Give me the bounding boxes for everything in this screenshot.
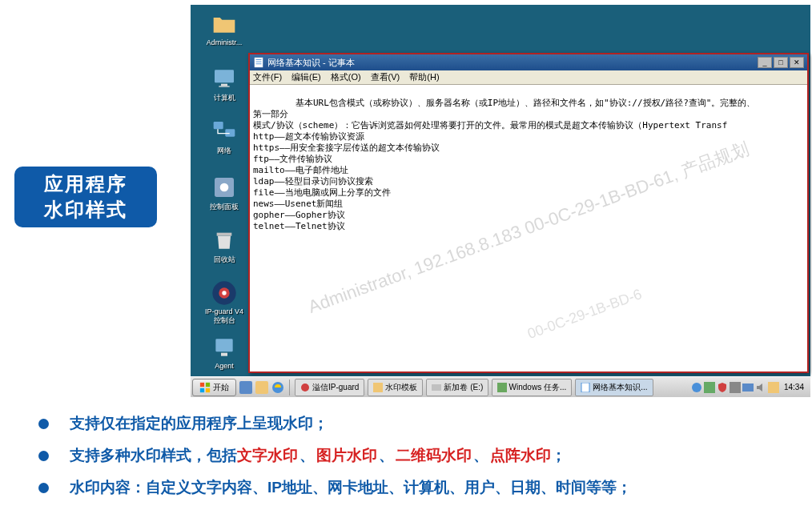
quick-launch-icon[interactable] [255, 381, 268, 394]
taskbar-item[interactable]: Windows 任务... [492, 379, 572, 396]
ipguard-icon [211, 280, 237, 306]
bullet-text: 支持多种水印样式，包括文字水印、图片水印、二维码水印、点阵水印； [70, 445, 566, 466]
task-label: 网络基本知识... [593, 382, 647, 393]
watermark-text: Administrator, 192.168.8.183 00-0C-29-1B… [308, 143, 750, 314]
control-panel-icon [211, 175, 237, 200]
taskbar-item-active[interactable]: 网络基本知识... [575, 379, 653, 396]
svg-rect-7 [217, 233, 232, 236]
svg-rect-16 [200, 388, 204, 392]
notepad-window: 网络基本知识 - 记事本 _ □ ✕ 文件(F) 编辑(E) 格式(O) 查看(… [248, 53, 809, 373]
app-icon [373, 383, 383, 392]
icon-label: Agent [202, 362, 247, 370]
svg-rect-30 [768, 382, 779, 393]
quick-launch-ie-icon[interactable] [271, 381, 284, 394]
desktop-icon-computer[interactable]: 计算机 [202, 66, 247, 103]
icon-label: 网络 [202, 146, 247, 156]
svg-rect-11 [215, 339, 232, 351]
notepad-text-area[interactable]: 基本URL包含模式（或称协议）、服务器名称（或IP地址）、路径和文件名，如"协议… [250, 85, 807, 371]
svg-rect-19 [255, 381, 268, 394]
desktop-icon-agent[interactable]: Agent [202, 335, 247, 370]
svg-rect-25 [581, 383, 589, 392]
svg-point-26 [692, 383, 701, 392]
svg-rect-22 [373, 383, 383, 392]
icon-label: 控制面板 [202, 202, 247, 212]
menu-view[interactable]: 查看(V) [371, 71, 400, 83]
task-label: Windows 任务... [509, 382, 567, 393]
icon-label: Administr... [202, 38, 247, 46]
bullet-dot-icon [38, 419, 49, 429]
app-icon [300, 383, 310, 392]
taskbar-item[interactable]: 水印模板 [368, 379, 423, 396]
drive-icon [432, 383, 441, 392]
feature-badge: 应用程序 水印样式 [14, 167, 157, 227]
svg-rect-18 [239, 381, 252, 394]
taskbar-item[interactable]: 新加卷 (E:) [426, 379, 488, 396]
taskbar: 开始 溢信IP-guard 水印模板 新加卷 (E:) Windows 任务..… [191, 376, 810, 397]
svg-point-21 [301, 384, 309, 392]
bullet-dot-icon [38, 483, 49, 493]
task-label: 溢信IP-guard [312, 382, 359, 393]
menu-format[interactable]: 格式(O) [331, 71, 361, 83]
desktop-icon-ipguard[interactable]: IP-guard V4 控制台 [202, 280, 247, 326]
menu-edit[interactable]: 编辑(E) [291, 71, 321, 83]
titlebar[interactable]: 网络基本知识 - 记事本 _ □ ✕ [250, 54, 807, 70]
task-label: 水印模板 [385, 382, 417, 393]
tray-network-icon[interactable] [742, 382, 754, 393]
tray-icon[interactable] [730, 382, 741, 393]
clock[interactable]: 14:34 [781, 383, 807, 392]
task-label: 新加卷 (E:) [444, 382, 483, 393]
bullet-item: 水印内容：自定义文字内容、IP地址、网卡地址、计算机、用户、日期、时间等等； [38, 477, 804, 498]
svg-rect-24 [497, 383, 506, 392]
notepad-text: 基本URL包含模式（或称协议）、服务器名称（或IP地址）、路径和文件名，如"协议… [253, 98, 755, 231]
maximize-button[interactable]: □ [774, 57, 788, 68]
desktop-icon-network[interactable]: 网络 [202, 118, 247, 156]
svg-rect-2 [219, 86, 229, 86]
svg-rect-23 [432, 384, 441, 391]
bullet-text: 水印内容：自定义文字内容、IP地址、网卡地址、计算机、用户、日期、时间等等； [70, 477, 632, 498]
menu-file[interactable]: 文件(F) [253, 71, 282, 83]
svg-rect-15 [206, 382, 210, 386]
bullet-list: 支持仅在指定的应用程序上呈现水印； 支持多种水印样式，包括文字水印、图片水印、二… [38, 413, 804, 509]
app-icon [497, 383, 506, 392]
tray-shield-icon[interactable] [717, 382, 728, 393]
tray-icon[interactable] [691, 382, 702, 393]
icon-label: IP-guard V4 控制台 [202, 307, 247, 326]
bullet-item: 支持多种水印样式，包括文字水印、图片水印、二维码水印、点阵水印； [38, 445, 804, 466]
start-label: 开始 [213, 382, 229, 393]
svg-rect-28 [730, 382, 741, 393]
svg-point-10 [222, 291, 226, 295]
svg-rect-12 [221, 353, 227, 356]
minimize-button[interactable]: _ [758, 57, 772, 68]
taskbar-item[interactable]: 溢信IP-guard [295, 379, 364, 396]
quick-launch-icon[interactable] [239, 381, 252, 394]
menu-help[interactable]: 帮助(H) [409, 71, 439, 83]
desktop-icon-administrator[interactable]: Administr... [202, 11, 247, 46]
svg-rect-13 [255, 58, 263, 67]
bullet-item: 支持仅在指定的应用程序上呈现水印； [38, 413, 804, 434]
folder-icon [211, 11, 237, 37]
svg-rect-29 [742, 384, 754, 392]
notepad-icon [253, 57, 264, 68]
tray-icon[interactable] [768, 382, 779, 393]
badge-line2: 水印样式 [44, 197, 127, 223]
svg-rect-3 [214, 122, 223, 129]
tray-volume-icon[interactable] [755, 382, 766, 393]
start-button[interactable]: 开始 [192, 379, 236, 396]
bullet-dot-icon [38, 451, 49, 461]
icon-label: 回收站 [202, 255, 247, 265]
agent-icon [211, 335, 237, 360]
svg-rect-1 [221, 84, 227, 86]
bullet-text: 支持仅在指定的应用程序上呈现水印； [70, 413, 328, 434]
svg-rect-0 [215, 70, 234, 82]
tray-icon[interactable] [704, 382, 715, 393]
badge-line1: 应用程序 [44, 171, 127, 197]
recycle-bin-icon [211, 227, 237, 253]
computer-icon [211, 66, 237, 91]
close-button[interactable]: ✕ [790, 57, 804, 68]
network-icon [211, 118, 237, 144]
desktop-icon-control-panel[interactable]: 控制面板 [202, 175, 247, 212]
desktop: Administr... 计算机 网络 控制面板 回收站 IP-guard V4… [191, 5, 810, 397]
windows-logo-icon [199, 382, 211, 393]
window-title: 网络基本知识 - 记事本 [267, 57, 758, 69]
desktop-icon-recycle-bin[interactable]: 回收站 [202, 227, 247, 265]
